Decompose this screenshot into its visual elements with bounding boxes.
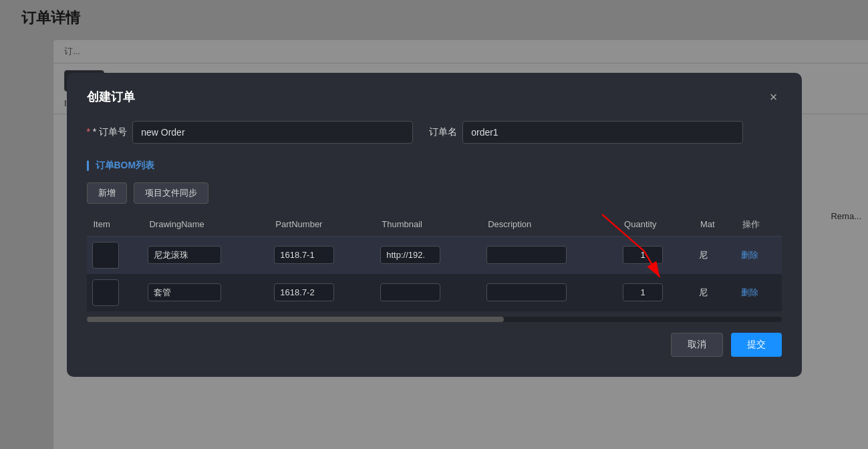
col-description: Description bbox=[481, 213, 617, 237]
section-line bbox=[87, 160, 89, 171]
cell-thumb-2 bbox=[375, 274, 481, 311]
modal-dialog: 创建订单 × * 订单号 订单名 订单BOM列表 bbox=[67, 73, 802, 377]
col-action: 操作 bbox=[736, 213, 782, 237]
order-number-input[interactable] bbox=[132, 121, 413, 144]
bom-table: Item DrawingName PartNumber Thumbnail De… bbox=[87, 213, 782, 311]
modal-overlay: 创建订单 × * 订单号 订单名 订单BOM列表 bbox=[0, 0, 868, 449]
cell-desc-1 bbox=[481, 236, 617, 274]
cell-thumb-1 bbox=[375, 236, 481, 274]
modal-footer: 取消 提交 bbox=[87, 333, 782, 357]
part-number-input-2[interactable] bbox=[274, 283, 334, 301]
bom-toolbar: 新增 项目文件同步 bbox=[87, 182, 782, 204]
section-header: 订单BOM列表 bbox=[87, 160, 782, 172]
cell-drawing-2 bbox=[142, 274, 269, 311]
item-color-swatch-2 bbox=[92, 279, 119, 306]
modal-header: 创建订单 × bbox=[87, 89, 782, 105]
col-quantity: Quantity bbox=[617, 213, 694, 237]
mat-value-1: 尼 bbox=[699, 250, 708, 260]
delete-button-2[interactable]: 删除 bbox=[741, 287, 758, 297]
cell-qty-2 bbox=[617, 274, 694, 311]
order-name-label: 订单名 bbox=[429, 126, 457, 138]
col-item: Item bbox=[87, 213, 143, 237]
cell-mat-2: 尼 bbox=[694, 274, 735, 311]
modal-title: 创建订单 bbox=[87, 89, 135, 105]
order-name-input[interactable] bbox=[462, 121, 743, 144]
quantity-input-1[interactable] bbox=[623, 246, 663, 264]
cell-item-2 bbox=[87, 274, 143, 311]
table-row: 尼 删除 bbox=[87, 274, 782, 311]
order-number-group: * 订单号 bbox=[87, 121, 414, 144]
col-drawing-name: DrawingName bbox=[142, 213, 269, 237]
description-input-1[interactable] bbox=[486, 246, 567, 264]
cell-part-2 bbox=[269, 274, 375, 311]
thumbnail-input-1[interactable] bbox=[380, 246, 440, 264]
cell-action-2: 删除 bbox=[736, 274, 782, 311]
table-header-row: Item DrawingName PartNumber Thumbnail De… bbox=[87, 213, 782, 237]
item-color-swatch-1 bbox=[92, 242, 119, 269]
delete-button-1[interactable]: 删除 bbox=[741, 250, 758, 260]
cell-mat-1: 尼 bbox=[694, 236, 735, 274]
drawing-name-input-2[interactable] bbox=[148, 283, 221, 301]
page-background: 订单详情 订... 导出 Item Rema... 创建订单 × * 订单号 bbox=[0, 0, 868, 449]
part-number-input-1[interactable] bbox=[274, 246, 334, 264]
form-row: * 订单号 订单名 bbox=[87, 121, 782, 144]
col-mat: Mat bbox=[694, 213, 735, 237]
mat-value-2: 尼 bbox=[699, 287, 708, 297]
modal-close-button[interactable]: × bbox=[766, 89, 782, 105]
order-number-label: * 订单号 bbox=[87, 126, 128, 138]
horizontal-scrollbar[interactable] bbox=[87, 317, 782, 322]
thumbnail-input-2[interactable] bbox=[380, 283, 440, 301]
col-part-number: PartNumber bbox=[269, 213, 375, 237]
quantity-input-2[interactable] bbox=[623, 283, 663, 301]
drawing-name-input-1[interactable] bbox=[148, 246, 221, 264]
cell-qty-1 bbox=[617, 236, 694, 274]
description-input-2[interactable] bbox=[486, 283, 567, 301]
cell-desc-2 bbox=[481, 274, 617, 311]
cell-part-1 bbox=[269, 236, 375, 274]
order-name-group: 订单名 bbox=[429, 121, 743, 144]
cell-action-1: 删除 bbox=[736, 236, 782, 274]
cancel-button[interactable]: 取消 bbox=[671, 333, 723, 357]
add-button[interactable]: 新增 bbox=[87, 182, 127, 204]
section-title: 订单BOM列表 bbox=[96, 160, 155, 172]
cell-item-1 bbox=[87, 236, 143, 274]
scroll-thumb bbox=[87, 317, 504, 322]
submit-button[interactable]: 提交 bbox=[731, 333, 782, 357]
table-row: 尼 删除 bbox=[87, 236, 782, 274]
sync-button[interactable]: 项目文件同步 bbox=[134, 182, 208, 204]
col-thumbnail: Thumbnail bbox=[375, 213, 481, 237]
bom-table-wrapper: Item DrawingName PartNumber Thumbnail De… bbox=[87, 213, 782, 311]
cell-drawing-1 bbox=[142, 236, 269, 274]
